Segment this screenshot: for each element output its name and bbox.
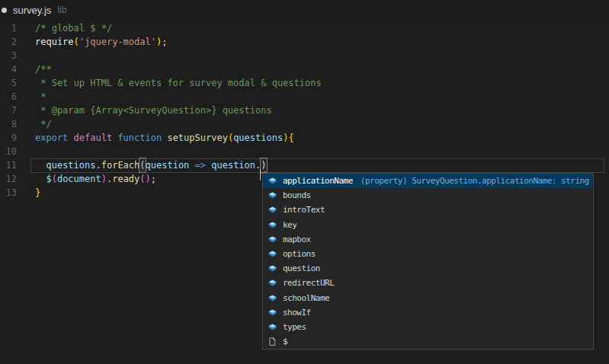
property-icon	[266, 321, 278, 333]
code-line[interactable]: 7 * @param {Array<SurveyQuestion>} quest…	[0, 104, 609, 117]
line-number: 1	[0, 21, 17, 35]
code-line[interactable]: 8 */	[0, 117, 609, 131]
property-icon	[266, 233, 278, 245]
suggestion-item[interactable]: $	[263, 334, 593, 349]
code-text: export default function setupSurvey(ques…	[35, 131, 294, 145]
code-line[interactable]: 9export default function setupSurvey(que…	[0, 131, 609, 145]
window-title[interactable]: survey.js	[13, 5, 51, 16]
code-line[interactable]: 6 *	[0, 90, 609, 104]
suggestion-label: schoolName	[283, 293, 329, 303]
property-icon	[266, 306, 278, 318]
suggestion-item[interactable]: schoolName	[263, 291, 593, 305]
property-icon	[266, 248, 278, 260]
code-text: * @param {Array<SurveyQuestion>} questio…	[35, 104, 272, 117]
code-text: /* global $ */	[35, 21, 112, 35]
suggestion-item[interactable]: key	[263, 218, 593, 232]
line-number: 11	[0, 158, 17, 172]
suggestion-item[interactable]: redirectURL	[263, 276, 593, 290]
suggestion-label: showIf	[283, 308, 311, 318]
code-line[interactable]: 10	[0, 145, 609, 158]
code-line[interactable]: 11 questions.forEach(question => questio…	[0, 158, 609, 172]
suggestion-label: redirectURL	[283, 278, 334, 288]
suggestion-label: key	[283, 220, 296, 230]
suggestion-item[interactable]: introText	[263, 203, 593, 217]
code-text: /**	[35, 62, 52, 76]
suggestion-label: bounds	[283, 190, 311, 200]
suggestion-item[interactable]: options	[263, 247, 593, 261]
code-text: *	[35, 90, 46, 104]
unsaved-changes-dot	[2, 8, 7, 13]
code-line[interactable]: 1/* global $ */	[0, 21, 609, 35]
line-number: 5	[0, 76, 17, 90]
text-file-icon	[266, 336, 278, 348]
code-line[interactable]: 2require('jquery-modal');	[0, 35, 609, 49]
line-number: 10	[0, 145, 17, 158]
suggestion-item[interactable]: question	[263, 261, 593, 276]
line-number: 7	[0, 104, 17, 117]
line-number: 9	[0, 131, 17, 145]
code-text: questions.forEach(question => question.)	[35, 158, 267, 172]
suggestion-item[interactable]: bounds	[263, 188, 593, 203]
line-number: 8	[0, 117, 17, 131]
code-text: $(document).ready();	[35, 172, 156, 186]
title-bar: survey.js lib	[0, 0, 609, 20]
code-text: require('jquery-modal');	[35, 35, 167, 49]
suggestion-label: applicationName	[283, 176, 353, 186]
property-icon	[266, 204, 278, 216]
line-number: 6	[0, 90, 17, 104]
line-number: 2	[0, 35, 17, 49]
suggestion-label: types	[283, 322, 306, 332]
property-icon	[266, 175, 278, 187]
suggestion-item[interactable]: applicationName(property) SurveyQuestion…	[263, 174, 593, 188]
window-folder-hint: lib	[57, 5, 66, 15]
code-line[interactable]: 5 * Set up HTML & events for survey moda…	[0, 76, 609, 90]
suggestion-item[interactable]: showIf	[263, 305, 593, 320]
property-icon	[266, 219, 278, 231]
code-text: * Set up HTML & events for survey modal …	[35, 76, 322, 90]
line-number: 4	[0, 62, 17, 76]
line-number: 12	[0, 172, 17, 186]
suggestion-label: mapbox	[283, 235, 311, 244]
suggestion-label: options	[283, 249, 316, 259]
code-text: }	[35, 186, 40, 200]
code-line[interactable]: 4/**	[0, 62, 609, 76]
autocomplete-dropdown: applicationName(property) SurveyQuestion…	[262, 173, 594, 350]
line-number: 3	[0, 49, 17, 62]
suggestion-item[interactable]: mapbox	[263, 232, 593, 247]
property-icon	[266, 292, 278, 304]
property-icon	[266, 277, 278, 289]
suggestion-item[interactable]: types	[263, 320, 593, 334]
property-icon	[266, 190, 278, 202]
line-number: 13	[0, 186, 17, 200]
property-icon	[266, 263, 278, 275]
suggestion-label: introText	[283, 205, 325, 215]
suggestion-detail: (property) SurveyQuestion.applicationNam…	[361, 176, 589, 186]
suggestion-label: $	[283, 337, 287, 346]
code-line[interactable]: 3	[0, 49, 609, 62]
suggestion-label: question	[283, 263, 320, 273]
code-text: */	[35, 117, 52, 131]
